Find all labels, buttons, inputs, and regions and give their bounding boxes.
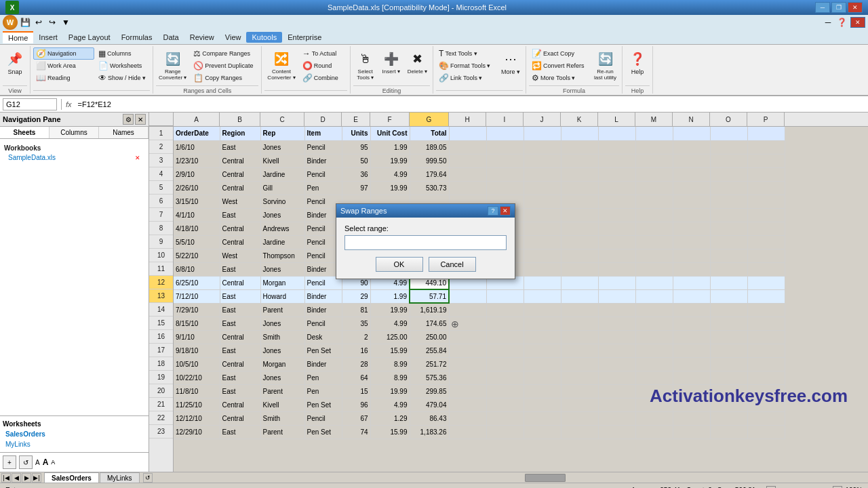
dialog-overlay: Swap Ranges ? ✕ Select range: OK Cancel … <box>0 0 868 488</box>
dialog-title-bar: Swap Ranges ? ✕ <box>336 204 515 218</box>
dialog-buttons: OK Cancel <box>344 257 507 272</box>
dialog-ok-button[interactable]: OK <box>376 257 423 272</box>
dialog-cancel-button[interactable]: Cancel <box>429 257 476 272</box>
select-range-label: Select range: <box>344 224 507 232</box>
dialog-help-button[interactable]: ? <box>488 206 498 216</box>
watermark-text: Activationkeysfree.com <box>650 386 848 407</box>
dialog-close-button[interactable]: ✕ <box>500 206 511 216</box>
dialog-body: Select range: OK Cancel <box>336 218 515 279</box>
dialog-range-input[interactable] <box>344 235 507 250</box>
swap-dialog: Swap Ranges ? ✕ Select range: OK Cancel <box>336 203 515 279</box>
dialog-title-text: Swap Ranges <box>340 207 488 215</box>
